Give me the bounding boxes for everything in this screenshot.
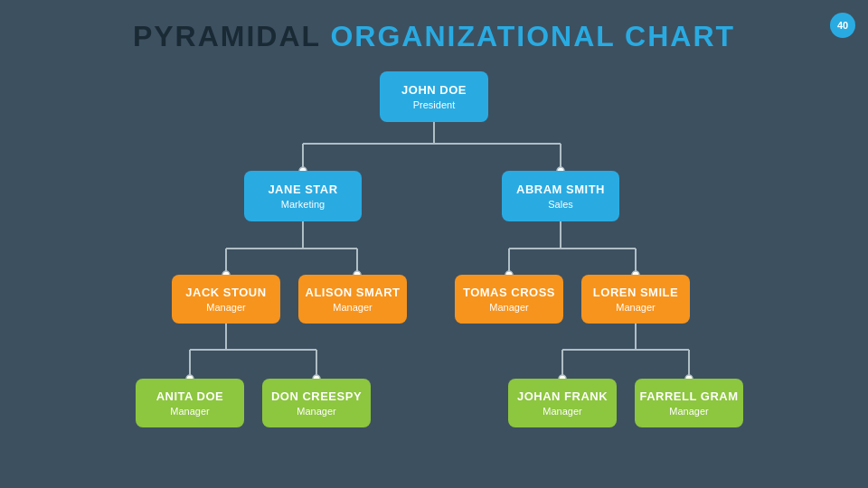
node-role-jack: Manager: [206, 302, 245, 313]
node-john-doe: JOHN DOE President: [380, 71, 488, 122]
node-jane-star: JANE STAR Marketing: [244, 171, 362, 221]
node-name-jane: JANE STAR: [268, 183, 337, 197]
node-loren-smile: LOREN SMILE Manager: [581, 275, 690, 324]
title-blue: ORGANIZATIONAL CHART: [330, 20, 735, 52]
node-name-johan: JOHAN FRANK: [517, 389, 608, 404]
node-name-don: DON CREESPY: [271, 389, 362, 404]
node-tomas-cross: TOMAS CROSS Manager: [455, 275, 563, 324]
node-role-abram: Sales: [548, 199, 573, 210]
chart-container: JOHN DOE President JANE STAR Marketing A…: [0, 62, 868, 478]
node-role-don: Manager: [297, 406, 335, 417]
node-anita-doe: ANITA DOE Manager: [136, 379, 244, 427]
node-abram-smith: ABRAM SMITH Sales: [502, 171, 619, 221]
node-jack-stoun: JACK STOUN Manager: [172, 275, 280, 324]
node-role-johan: Manager: [542, 406, 581, 417]
node-name-anita: ANITA DOE: [156, 389, 224, 404]
node-role-anita: Manager: [170, 406, 209, 417]
node-name-jack: JACK STOUN: [185, 286, 266, 300]
node-name-alison: ALISON SMART: [306, 286, 401, 300]
node-johan-frank: JOHAN FRANK Manager: [508, 379, 617, 427]
node-name-loren: LOREN SMILE: [593, 286, 678, 300]
node-name-farrell: FARRELL GRAM: [639, 389, 738, 404]
node-role-jane: Marketing: [281, 199, 325, 210]
node-alison-smart: ALISON SMART Manager: [298, 275, 407, 324]
node-don-creespy: DON CREESPY Manager: [262, 379, 371, 427]
node-role-loren: Manager: [616, 302, 655, 313]
node-role-john: President: [413, 99, 455, 110]
node-role-farrell: Manager: [669, 406, 708, 417]
node-name-tomas: TOMAS CROSS: [463, 286, 555, 300]
node-role-alison: Manager: [333, 302, 372, 313]
title-black: PYRAMIDAL: [133, 20, 331, 52]
page-title: PYRAMIDAL ORGANIZATIONAL CHART: [0, 0, 868, 53]
node-role-tomas: Manager: [489, 302, 528, 313]
node-name-john: JOHN DOE: [401, 83, 467, 98]
node-name-abram: ABRAM SMITH: [516, 183, 605, 197]
page-number: 40: [830, 13, 855, 38]
node-farrell-gram: FARRELL GRAM Manager: [635, 379, 743, 427]
